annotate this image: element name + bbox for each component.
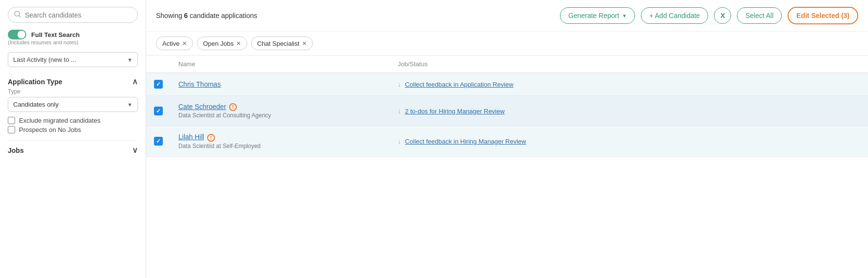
status-arrow-icon: ↓ [398, 137, 403, 145]
main-content: Showing 6 candidate applications Generat… [146, 0, 868, 278]
candidate-subtitle: Data Scientist at Consulting Agency [178, 112, 382, 119]
chip-open-jobs-label: Open Jobs [203, 40, 234, 47]
col-name-header: Name [171, 56, 390, 73]
filter-chips: Active × Open Jobs × Chat Specialist × [146, 32, 868, 56]
table-row: Lilah Hill!Data Scientist at Self-Employ… [146, 126, 868, 156]
sort-dropdown[interactable]: Last Activity (new to ... ▼ [8, 52, 138, 67]
status-arrow-icon: ↓ [398, 80, 403, 88]
table-row: Chris Thomas↓ Collect feedback in Applic… [146, 73, 868, 96]
candidate-subtitle: Data Scientist at Self-Employed [178, 143, 382, 149]
type-dropdown[interactable]: Candidates only ▼ [8, 97, 138, 112]
candidates-table: Name Job/Status Chris Thomas↓ Collect fe… [146, 56, 868, 157]
col-checkbox [146, 56, 171, 73]
type-label: Type [8, 88, 138, 95]
row-checkbox[interactable] [154, 80, 163, 89]
chevron-down-icon[interactable]: ∨ [132, 146, 138, 155]
exclude-migrated-row: Exclude migrated candidates [8, 117, 138, 124]
application-type-header: Application Type ∧ [8, 77, 138, 86]
status-link[interactable]: ↓ Collect feedback in Hiring Manager Rev… [398, 137, 526, 145]
clear-selection-button[interactable]: X [714, 7, 731, 24]
row-checkbox[interactable] [154, 137, 163, 146]
warning-icon: ! [207, 134, 215, 142]
row-checkbox[interactable] [154, 107, 163, 115]
chip-active-remove[interactable]: × [182, 39, 186, 47]
chip-open-jobs[interactable]: Open Jobs × [197, 37, 247, 50]
includes-note: (Includes resumes and notes) [8, 39, 138, 45]
chevron-down-icon: ▼ [127, 102, 133, 108]
candidates-only-label: Candidates only [13, 101, 58, 108]
chip-chat-specialist-remove[interactable]: × [302, 39, 306, 47]
table-row: Cate Schroeder!Data Scientist at Consult… [146, 96, 868, 126]
jobs-header: Jobs [8, 147, 24, 154]
chevron-down-icon: ▼ [622, 13, 627, 19]
application-type-section: Application Type ∧ Type Candidates only … [8, 74, 138, 133]
sort-label: Last Activity (new to ... [13, 56, 76, 63]
candidates-table-container: Name Job/Status Chris Thomas↓ Collect fe… [146, 56, 868, 278]
chip-chat-specialist[interactable]: Chat Specialist × [251, 37, 313, 50]
col-status-header: Job/Status [390, 56, 868, 73]
status-link[interactable]: ↓ 2 to-dos for Hiring Manager Review [398, 107, 504, 115]
exclude-migrated-checkbox[interactable] [8, 117, 15, 124]
chevron-down-icon: ▼ [127, 57, 133, 63]
generate-report-button[interactable]: Generate Report ▼ [560, 7, 635, 24]
warning-icon: ! [229, 103, 237, 111]
status-arrow-icon: ↓ [398, 107, 403, 115]
jobs-section: Jobs ∨ [8, 140, 138, 155]
showing-text: Showing 6 candidate applications [156, 12, 554, 19]
status-link[interactable]: ↓ Collect feedback in Application Review [398, 80, 513, 88]
candidate-name[interactable]: Chris Thomas [178, 80, 221, 88]
svg-line-1 [19, 16, 20, 17]
collapse-icon[interactable]: ∧ [132, 77, 138, 86]
table-body: Chris Thomas↓ Collect feedback in Applic… [146, 73, 868, 157]
prospects-checkbox[interactable] [8, 126, 15, 133]
chip-active-label: Active [162, 40, 179, 47]
prospects-label: Prospects on No Jobs [19, 126, 81, 133]
chip-open-jobs-remove[interactable]: × [236, 39, 240, 47]
search-box[interactable] [8, 7, 138, 23]
table-header-row: Name Job/Status [146, 56, 868, 73]
edit-selected-button[interactable]: Edit Selected (3) [788, 7, 858, 24]
select-all-button[interactable]: Select All [737, 7, 782, 24]
full-text-row: Full Text Search [8, 30, 138, 39]
prospects-row: Prospects on No Jobs [8, 126, 138, 133]
full-text-label: Full Text Search [31, 31, 79, 38]
add-candidate-button[interactable]: + Add Candidate [641, 7, 708, 24]
candidate-name[interactable]: Cate Schroeder [178, 103, 226, 111]
chip-chat-specialist-label: Chat Specialist [257, 40, 300, 47]
sidebar: Full Text Search (Includes resumes and n… [0, 0, 146, 278]
candidate-name[interactable]: Lilah Hill [178, 133, 204, 141]
full-text-toggle[interactable] [8, 30, 26, 39]
top-bar: Showing 6 candidate applications Generat… [146, 0, 868, 32]
chip-active[interactable]: Active × [156, 37, 193, 50]
search-input[interactable] [25, 11, 132, 19]
showing-prefix: Showing [156, 12, 184, 19]
showing-suffix: candidate applications [188, 12, 257, 19]
search-icon [14, 11, 21, 19]
exclude-migrated-label: Exclude migrated candidates [19, 117, 100, 124]
